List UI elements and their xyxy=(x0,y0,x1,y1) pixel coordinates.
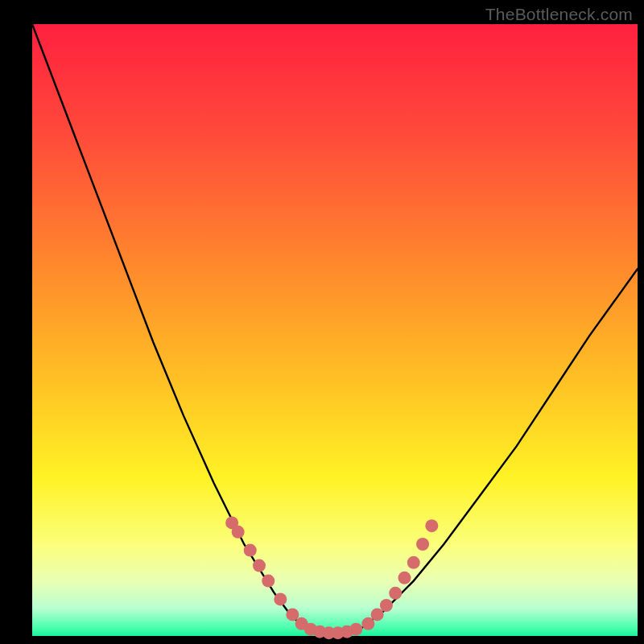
dot-dots-right xyxy=(407,556,420,569)
dot-dots-floor xyxy=(349,623,362,636)
dot-dots-right xyxy=(416,538,429,551)
dot-dots-left xyxy=(274,592,287,605)
dot-dots-right xyxy=(425,519,438,532)
dot-dots-right xyxy=(389,587,402,600)
dot-dots-right xyxy=(398,572,411,584)
dot-dots-left xyxy=(244,544,257,557)
bottleneck-chart xyxy=(0,0,644,644)
dot-dots-left xyxy=(286,608,299,621)
dot-dots-left xyxy=(253,559,266,572)
watermark-text: TheBottleneck.com xyxy=(485,5,633,24)
dot-dots-right xyxy=(361,617,374,630)
dot-dots-right xyxy=(380,599,393,612)
dot-dots-right xyxy=(371,608,384,621)
dot-dots-left xyxy=(262,575,275,588)
dot-dots-left xyxy=(232,526,245,539)
plot-background xyxy=(32,24,638,636)
